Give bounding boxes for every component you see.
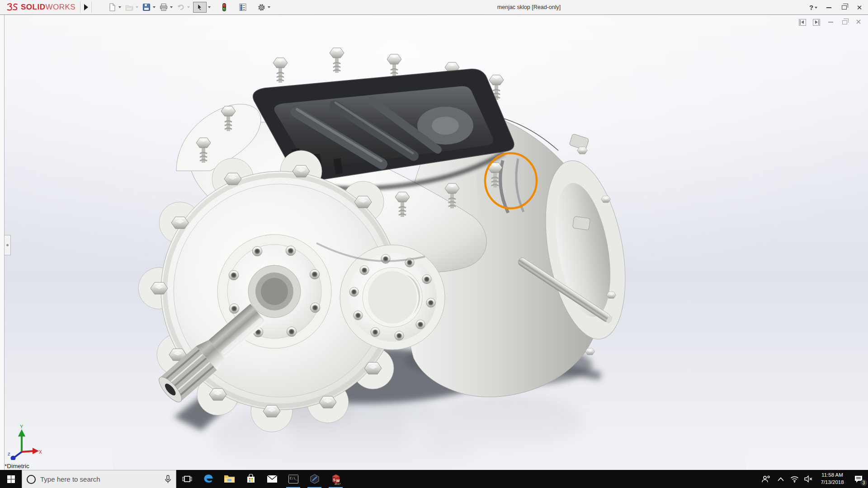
chevron-up-icon [778, 477, 784, 481]
menu-flyout-button[interactable] [80, 1, 92, 13]
options-button[interactable] [256, 2, 270, 12]
logo-solid: SOLID [21, 3, 45, 11]
gearbox-model-render [0, 15, 868, 470]
view-orientation-label: *Dimetric [5, 463, 29, 469]
task-view-icon [182, 474, 192, 484]
solidworks-window: SOLIDWORKS [0, 0, 868, 488]
doc-close-icon: ✕ [855, 19, 861, 26]
options-caret[interactable] [268, 6, 270, 8]
taskbar-app-store[interactable] [240, 470, 261, 488]
sw-label-year: 2017 [335, 483, 341, 485]
tray-people-button[interactable] [758, 470, 774, 488]
titlebar: SOLIDWORKS [0, 0, 868, 15]
cortana-icon[interactable] [27, 475, 36, 484]
save-button[interactable] [142, 2, 156, 12]
minimize-button[interactable] [825, 4, 833, 12]
doc-minimize-icon [828, 22, 833, 23]
options-gear-icon [256, 2, 266, 12]
select-tool-button[interactable] [193, 2, 211, 13]
pane-collapse-left-icon [799, 19, 806, 26]
print-button[interactable] [159, 2, 173, 12]
file-properties-icon [238, 2, 248, 12]
microsoft-store-icon [246, 474, 256, 484]
taskbar-app-command-prompt[interactable]: C:\_ [283, 470, 304, 488]
tray-overflow-button[interactable] [774, 470, 788, 488]
help-caret[interactable] [815, 7, 817, 9]
open-document-caret[interactable] [136, 6, 138, 8]
restore-button[interactable] [840, 4, 848, 12]
solidworks-ds-mark-icon [6, 3, 18, 12]
sw-label-w: W [336, 478, 340, 483]
select-cursor-icon [197, 4, 203, 11]
triad-x-label: X [39, 450, 42, 455]
notification-badge: 3 [860, 479, 867, 486]
start-button[interactable] [0, 470, 22, 488]
search-input[interactable] [40, 475, 160, 483]
action-center-button[interactable]: 3 [849, 470, 868, 488]
doc-restore-icon [842, 20, 847, 24]
close-button[interactable]: ✕ [855, 4, 863, 12]
panel-splitter-handle[interactable] [5, 235, 11, 255]
taskbar-app-composer[interactable] [304, 470, 325, 488]
quick-access-toolbar [107, 2, 274, 13]
new-document-button[interactable] [107, 2, 121, 12]
close-icon: ✕ [857, 4, 863, 11]
windows-logo-icon [7, 475, 15, 483]
edge-icon [203, 474, 214, 484]
save-caret[interactable] [153, 6, 156, 8]
triad-z-label: Z [8, 452, 10, 456]
doc-restore-button[interactable] [840, 18, 849, 26]
graphics-viewport[interactable]: ✕ Y X Z *Dimetric [0, 15, 868, 470]
undo-button[interactable] [176, 2, 190, 12]
print-icon [159, 2, 169, 12]
undo-icon [176, 2, 186, 12]
minimize-icon [826, 7, 831, 8]
rebuild-button[interactable] [219, 2, 229, 12]
task-view-button[interactable] [176, 470, 198, 488]
handle-dot-icon [6, 244, 9, 246]
new-document-icon [107, 2, 117, 12]
tray-network-button[interactable] [788, 470, 801, 488]
print-caret[interactable] [170, 6, 173, 8]
microphone-icon[interactable] [165, 475, 171, 484]
help-icon: ? [809, 4, 813, 11]
orientation-triad: Y X Z [6, 424, 42, 460]
taskbar-app-solidworks-2017[interactable]: S W 2017 [325, 470, 346, 488]
pane-expand-right-icon [813, 19, 820, 26]
solidworks-2017-icon: S W 2017 [330, 473, 342, 485]
tray-volume-button[interactable] [801, 470, 816, 488]
pane-expand-right-button[interactable] [812, 18, 821, 26]
tray-clock[interactable]: 11:58 AM 7/13/2018 [816, 470, 849, 488]
taskbar-app-mail[interactable] [261, 470, 283, 488]
left-panel-strip [0, 15, 4, 470]
command-prompt-icon: C:\_ [288, 474, 299, 484]
taskbar-app-file-explorer[interactable] [219, 470, 240, 488]
undo-caret[interactable] [187, 6, 190, 8]
people-icon [761, 475, 770, 483]
cmd-label: C:\_ [290, 477, 298, 480]
file-properties-button[interactable] [238, 2, 248, 12]
taskbar: C:\_ S W 2017 [0, 470, 868, 488]
system-tray: 11:58 AM 7/13/2018 3 [758, 470, 868, 488]
composer-hexagon-icon [309, 474, 320, 484]
document-window-controls: ✕ [798, 18, 863, 26]
taskbar-app-edge[interactable] [198, 470, 219, 488]
doc-minimize-button[interactable] [826, 18, 835, 26]
window-controls: ? ✕ [809, 0, 863, 15]
mail-icon [267, 475, 278, 483]
select-tool-caret[interactable] [208, 6, 211, 8]
logo-text: SOLIDWORKS [21, 3, 75, 12]
pane-collapse-left-button[interactable] [798, 18, 807, 26]
volume-muted-icon [804, 475, 813, 483]
logo-works: WORKS [45, 3, 75, 11]
new-document-caret[interactable] [118, 6, 121, 8]
clock-time: 11:58 AM [821, 472, 843, 479]
open-document-button[interactable] [124, 2, 138, 12]
doc-close-button[interactable]: ✕ [854, 18, 863, 26]
taskbar-search[interactable] [22, 470, 176, 488]
help-button[interactable]: ? [809, 4, 817, 12]
document-title: menjac sklop [Read-only] [443, 4, 615, 10]
restore-icon [842, 5, 847, 9]
wifi-icon [790, 476, 799, 483]
open-document-icon [124, 2, 134, 12]
